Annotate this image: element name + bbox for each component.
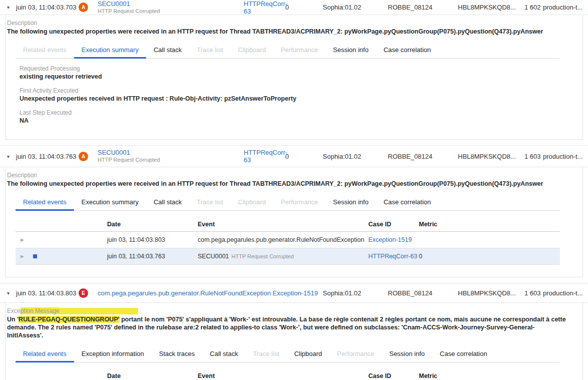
tab-clipboard: Clipboard <box>231 194 274 210</box>
tab-session-info[interactable]: Session info <box>326 194 376 210</box>
header-date: Date <box>107 221 198 228</box>
row-metric: 0 <box>419 253 560 260</box>
exception-message-text: Un 'RULE-PEGAQ-QUESTIONGROUP' portant le… <box>7 315 570 339</box>
event-timestamp: juin 03, 11:04:03.763 <box>16 153 79 160</box>
operator-value: ROBBE_08124 <box>388 153 458 160</box>
execution-summary-content: Requested Processing existing requestor … <box>16 59 560 139</box>
related-events-table: Date Event Case ID Metric ▶ juin 03, 11:… <box>16 217 560 277</box>
row-case-id-link[interactable]: HTTPReqCorr-63 <box>368 253 417 260</box>
case-id-link[interactable]: HTTPReqCorr-63 <box>244 149 285 164</box>
exception-event-link[interactable]: com.pega.pegarules.pub.generator.RuleNot… <box>98 289 318 297</box>
tab-related-events[interactable]: Related events <box>16 194 74 210</box>
tab-execution-summary[interactable]: Execution summary <box>74 42 146 58</box>
description-label: Description <box>7 20 570 27</box>
field-last-step: Last Step Executed NA <box>20 109 560 124</box>
node-id-value: HBL8MPKSKQD8... <box>458 289 524 297</box>
row-event-subtitle: HTTP Request Corrupted <box>232 253 294 259</box>
alert-badge: A <box>79 152 88 161</box>
field-label: Last Step Executed <box>20 109 560 116</box>
event-detail-panel: Exception Message Un 'RULE-PEGAQ-QUESTIO… <box>5 303 583 380</box>
environment-value: production-t... <box>539 153 588 160</box>
tab-related-events[interactable]: Related events <box>16 346 74 362</box>
event-detail-panel: Description The following unexpected pro… <box>5 15 583 140</box>
event-summary-row[interactable]: ▾ juin 03, 11:04:03.803 E com.pega.pegar… <box>0 283 588 303</box>
environment-value: production-t... <box>539 289 588 297</box>
field-value: Unexpected properties received in HTTP r… <box>20 95 560 102</box>
tab-stack-traces[interactable]: Stack traces <box>152 346 203 362</box>
event-subtitle: HTTP Request Corrupted <box>98 156 244 164</box>
tab-bar: Related events Execution summary Call st… <box>16 42 560 59</box>
tab-performance: Performance <box>273 42 325 58</box>
header-event: Event <box>198 221 368 228</box>
tab-session-info[interactable]: Session info <box>326 42 376 58</box>
tab-exception-information[interactable]: Exception information <box>74 346 152 362</box>
event-name-cell: SECU0001 HTTP Request Corrupted <box>98 149 244 164</box>
description-text: The following unexpected properties were… <box>7 180 570 188</box>
field-label: Requested Processing <box>20 65 560 72</box>
tab-bar: Related events Exception information Sta… <box>16 346 560 362</box>
node-id-value: HBL8MPKSKQD8... <box>458 4 524 11</box>
tab-performance: Performance <box>273 194 325 210</box>
metric-value: 0 <box>285 153 323 160</box>
tab-case-correlation[interactable]: Case correlation <box>376 42 438 58</box>
field-label: First Activity Executed <box>20 87 560 94</box>
exception-message-label: Exception Message <box>7 307 570 314</box>
row-date: juin 03, 11:04:03.803 <box>107 236 198 243</box>
header-event: Event <box>198 372 368 379</box>
event-timestamp: juin 03, 11:04:03.703 <box>16 4 79 11</box>
tab-call-stack[interactable]: Call stack <box>202 346 245 362</box>
application-value: Sophia:01.02 <box>323 153 388 160</box>
event-group-2: ▾ juin 03, 11:04:03.763 A SECU0001 HTTP … <box>0 145 588 277</box>
tab-trace-list: Trace list <box>189 194 230 210</box>
table-row[interactable]: ▶ juin 03, 11:04:03.803 com.pega.pegarul… <box>16 232 560 248</box>
collapse-caret-icon[interactable]: ▾ <box>7 290 16 296</box>
event-timestamp: juin 03, 11:04:03.803 <box>16 289 79 297</box>
related-events-table: Date Event Case ID Metric ▶ juin 03, 11:… <box>16 368 560 380</box>
row-event: SECU0001HTTP Request Corrupted <box>198 253 368 260</box>
tab-clipboard: Clipboard <box>231 42 274 58</box>
collapse-caret-icon[interactable]: ▾ <box>7 5 16 10</box>
event-subtitle: HTTP Request Corrupted <box>98 8 244 15</box>
operator-value: ROBBE_08124 <box>388 4 458 11</box>
field-value: existing requestor retrieved <box>20 73 560 80</box>
tab-call-stack[interactable]: Call stack <box>146 42 189 58</box>
selection-highlight <box>60 308 138 314</box>
tab-case-correlation[interactable]: Case correlation <box>376 194 438 210</box>
detail-card: Related events Exception information Sta… <box>16 346 560 380</box>
description-text: The following unexpected properties were… <box>7 28 570 36</box>
case-id-link[interactable]: HTTPReqCorr-63 <box>244 0 285 15</box>
tab-performance: Performance <box>330 346 382 362</box>
count-value: 1 603 <box>524 289 539 297</box>
event-summary-row[interactable]: ▾ juin 03, 11:04:03.763 A SECU0001 HTTP … <box>0 145 588 167</box>
row-event: com.pega.pegarules.pub.generator.RuleNot… <box>198 236 368 243</box>
tab-trace-list: Trace list <box>246 346 287 362</box>
event-code-link[interactable]: SECU0001 <box>98 0 130 8</box>
tab-trace-list: Trace list <box>189 42 230 58</box>
highlighted-text: RULE-PEGAQ-QUESTIONGROUP' <box>19 316 120 323</box>
expand-chevron-icon[interactable]: ▶ <box>16 237 33 242</box>
collapse-caret-icon[interactable]: ▾ <box>7 154 16 159</box>
tab-case-correlation[interactable]: Case correlation <box>432 346 495 362</box>
table-header-row: Date Event Case ID Metric <box>16 217 560 232</box>
detail-card: Related events Execution summary Call st… <box>16 42 560 139</box>
environment-value: production-t... <box>539 4 588 11</box>
row-case-id-link[interactable]: Exception-1519 <box>368 236 412 243</box>
count-value: 1 603 <box>524 153 539 160</box>
node-id-value: HBL8MPKSKQD8... <box>458 153 524 160</box>
tab-execution-summary[interactable]: Execution summary <box>74 194 146 210</box>
tab-bar: Related events Execution summary Call st… <box>16 194 560 211</box>
table-row-selected[interactable]: ▶ juin 03, 11:04:03.763 SECU0001HTTP Req… <box>16 248 560 265</box>
event-code-link[interactable]: SECU0001 <box>98 149 130 156</box>
event-summary-row[interactable]: ▾ juin 03, 11:04:03.703 A SECU0001 HTTP … <box>0 0 588 15</box>
event-detail-panel: Description The following unexpected pro… <box>5 167 583 277</box>
tab-related-events: Related events <box>16 42 74 58</box>
tab-clipboard[interactable]: Clipboard <box>287 346 330 362</box>
tab-call-stack[interactable]: Call stack <box>146 194 189 210</box>
expand-chevron-icon[interactable]: ▶ <box>16 254 33 259</box>
table-header-row: Date Event Case ID Metric <box>16 368 560 380</box>
tab-session-info[interactable]: Session info <box>382 346 432 362</box>
header-case-id: Case ID <box>368 372 419 379</box>
header-date: Date <box>107 372 198 379</box>
count-value: 1 602 <box>524 4 539 11</box>
event-group-1: ▾ juin 03, 11:04:03.703 A SECU0001 HTTP … <box>0 0 588 140</box>
